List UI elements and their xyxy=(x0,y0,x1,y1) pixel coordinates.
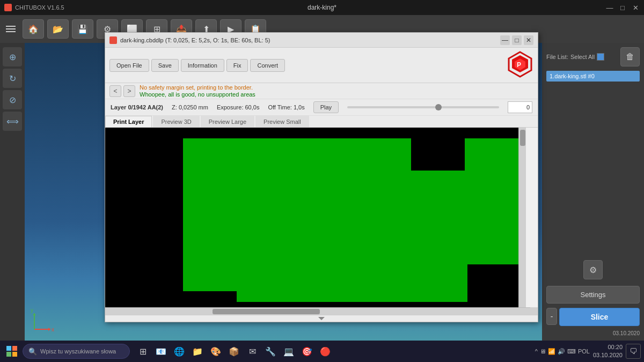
tab-print-layer[interactable]: Print Layer xyxy=(105,116,152,127)
systray-language-label[interactable]: POL xyxy=(578,348,590,354)
systray-network-icon: 📶 xyxy=(548,348,555,355)
svg-rect-13 xyxy=(12,352,17,357)
taskbar-clock[interactable]: 00:20 03.10.2020 xyxy=(593,343,623,360)
dialog-maximize-button[interactable]: □ xyxy=(512,35,522,45)
toolbar-home-button[interactable]: 🏠 xyxy=(23,19,44,39)
vertical-scrollbar-thumb[interactable] xyxy=(520,130,525,146)
chitubox-logo-icon: P xyxy=(507,51,533,78)
select-all-label: Select All xyxy=(570,54,595,60)
taskbar: 🔍 Wpisz tu wyszukiwane słowa ⊞ 📧 🌐 📁 🎨 📦… xyxy=(0,341,644,362)
taskbar-icon-paint[interactable]: 🎨 xyxy=(207,343,224,360)
green-shape-main xyxy=(183,138,518,264)
tab-preview-large[interactable]: Preview Large xyxy=(201,116,254,127)
taskbar-icon-app4[interactable]: 🔴 xyxy=(317,343,334,360)
tab-preview-small[interactable]: Preview Small xyxy=(255,116,309,127)
settings-button[interactable]: Settings xyxy=(546,286,640,304)
horizontal-scrollbar-thumb[interactable] xyxy=(213,309,320,314)
layer-number-input[interactable] xyxy=(508,101,532,113)
nav-warnings-row: < > No safety margin set, printing to th… xyxy=(105,83,538,99)
layer-offtime-value: Off Time: 1,0s xyxy=(268,104,304,110)
svg-text:x: x xyxy=(52,327,54,333)
svg-text:y: y xyxy=(31,308,33,313)
convert-button[interactable]: Convert xyxy=(250,59,285,72)
information-button[interactable]: Information xyxy=(181,59,224,72)
dialog-minimize-button[interactable]: — xyxy=(500,35,510,45)
dialog-controls: — □ ✕ xyxy=(500,35,533,45)
dialog-close-button[interactable]: ✕ xyxy=(524,35,533,45)
horizontal-scrollbar[interactable] xyxy=(105,307,530,315)
sidebar-icon-mirror[interactable]: ⟺ xyxy=(3,112,22,131)
open-file-button[interactable]: Open File xyxy=(109,59,149,72)
slice-minus-button[interactable]: - xyxy=(546,308,557,325)
close-button[interactable]: ✕ xyxy=(631,3,640,12)
taskbar-icon-taskview[interactable]: ⊞ xyxy=(134,343,151,360)
taskbar-icon-mail[interactable]: 📧 xyxy=(152,343,170,360)
select-all-row: Select All xyxy=(570,53,604,61)
hamburger-menu-button[interactable] xyxy=(5,19,16,39)
dialog-title-section: dark-king.cbddlp (T: 0,025, E: 5,2s, O: … xyxy=(109,36,270,44)
layer-preview-dialog: dark-king.cbddlp (T: 0,025, E: 5,2s, O: … xyxy=(105,32,538,322)
settings-gear-button[interactable]: ⚙ xyxy=(583,260,603,279)
slice-button[interactable]: Slice xyxy=(559,308,640,326)
dialog-title-text: dark-king.cbddlp (T: 0,025, E: 5,2s, O: … xyxy=(120,37,270,43)
tab-preview-3d[interactable]: Preview 3D xyxy=(153,116,199,127)
taskbar-icon-explorer[interactable]: 📁 xyxy=(189,343,206,360)
scroll-corner xyxy=(530,307,538,315)
sidebar-icon-move[interactable]: ⊕ xyxy=(3,47,22,67)
cutout-left xyxy=(105,144,183,264)
layer-exposure-value: Exposure: 60,0s xyxy=(217,104,260,110)
taskbar-icon-store[interactable]: 📦 xyxy=(225,343,243,360)
svg-rect-10 xyxy=(6,346,11,351)
minimize-button[interactable]: — xyxy=(605,3,614,12)
dialog-layer-bar: Layer 0/1942 AA(2) Z: 0,0250 mm Exposure… xyxy=(105,99,538,116)
notification-center-button[interactable]: 🗨 xyxy=(626,344,641,359)
svg-marker-4 xyxy=(33,313,36,315)
dialog-toolbar: Open File Save Information Fix Convert P xyxy=(105,48,538,83)
toolbar-save-button[interactable]: 💾 xyxy=(72,19,93,39)
layer-z-value: Z: 0,0250 mm xyxy=(172,104,208,110)
delete-file-button[interactable]: 🗑 xyxy=(620,47,640,67)
maximize-button[interactable]: □ xyxy=(618,3,627,12)
right-sidebar: File List: Select All 🗑 1.dark-king.stl … xyxy=(542,43,644,341)
right-sidebar-top: File List: Select All 🗑 xyxy=(546,47,640,67)
taskbar-right: ^ 🖥 📶 🔊 ⌨ POL 00:20 03.10.2020 🗨 xyxy=(535,343,641,360)
layer-prev-button[interactable]: < xyxy=(109,85,121,97)
dialog-titlebar: dark-king.cbddlp (T: 0,025, E: 5,2s, O: … xyxy=(105,33,538,48)
systray-sound-icon[interactable]: 🔊 xyxy=(558,348,565,355)
app-logo xyxy=(4,4,12,11)
svg-text:P: P xyxy=(517,61,521,69)
date-display: 03.10.2020 xyxy=(546,330,640,336)
fix-button[interactable]: Fix xyxy=(226,59,248,72)
taskbar-icon-mail2[interactable]: ✉ xyxy=(244,343,261,360)
detail-black-bottom xyxy=(183,291,237,302)
taskbar-icon-app3[interactable]: 🎯 xyxy=(298,343,316,360)
file-list-item[interactable]: 1.dark-king.stl #0 xyxy=(546,71,640,82)
layer-next-button[interactable]: > xyxy=(123,85,135,97)
taskbar-search-box[interactable]: 🔍 Wpisz tu wyszukiwane słowa xyxy=(23,344,130,359)
sidebar-icon-scale[interactable]: ⊘ xyxy=(3,90,22,109)
taskbar-icon-app2[interactable]: 💻 xyxy=(280,343,297,360)
taskbar-icon-chrome[interactable]: 🌐 xyxy=(171,343,188,360)
taskbar-icons: ⊞ 📧 🌐 📁 🎨 📦 ✉ 🔧 💻 🎯 🔴 xyxy=(134,343,334,360)
svg-marker-1 xyxy=(48,328,50,331)
vertical-scrollbar[interactable] xyxy=(518,128,526,307)
horizontal-scrollbar-container xyxy=(105,307,530,315)
layer-slider[interactable] xyxy=(347,106,499,108)
time-display: 00:20 xyxy=(593,343,623,351)
play-button[interactable]: Play xyxy=(313,101,339,113)
app-title-section: CHITUBOX V1.6.5 xyxy=(4,4,64,11)
systray-expand-button[interactable]: ^ xyxy=(535,348,538,354)
title-bar: CHITUBOX V1.6.5 dark-king* — □ ✕ xyxy=(0,0,644,15)
taskbar-icon-app1[interactable]: 🔧 xyxy=(262,343,279,360)
start-button[interactable] xyxy=(3,343,20,360)
window-title: dark-king* xyxy=(308,4,336,11)
layer-slider-thumb[interactable] xyxy=(435,104,442,110)
save-button[interactable]: Save xyxy=(151,59,179,72)
green-shape-bottom-right xyxy=(411,264,465,302)
select-all-checkbox[interactable] xyxy=(597,53,604,61)
toolbar-open-button[interactable]: 📂 xyxy=(47,19,69,39)
warnings-section: No safety margin set, printing to the bo… xyxy=(140,84,255,98)
dialog-tabs: Print Layer Preview 3D Preview Large Pre… xyxy=(105,116,538,128)
sidebar-icon-rotate[interactable]: ↻ xyxy=(3,69,22,88)
cutout-top-right xyxy=(411,138,465,171)
